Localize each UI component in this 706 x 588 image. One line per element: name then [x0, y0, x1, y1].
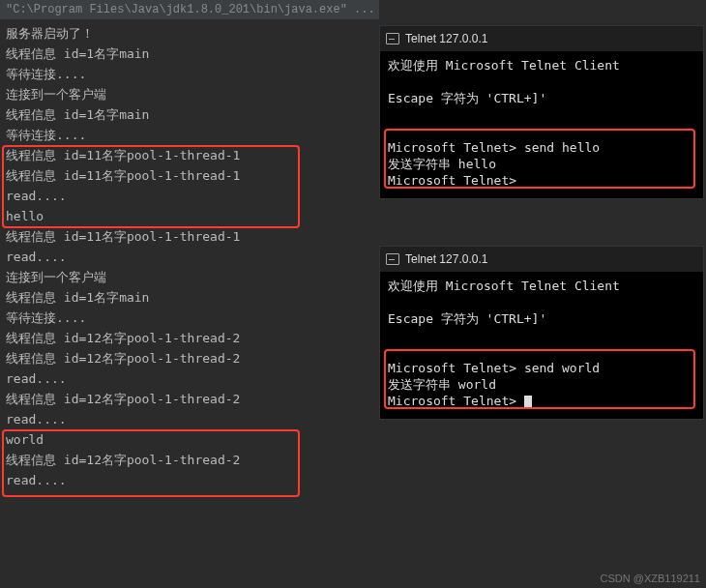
telnet-title-text: Telnet 127.0.0.1	[405, 32, 487, 45]
console-line: 线程信息 id=1名字main	[6, 287, 373, 308]
cmd-icon	[386, 253, 399, 265]
console-run-header: "C:\Program Files\Java\jdk1.8.0_201\bin\…	[0, 0, 379, 19]
telnet-body[interactable]: 欢迎使用 Microsoft Telnet Client Escape 字符为 …	[380, 51, 703, 194]
telnet-prompt: Microsoft Telnet>	[388, 172, 695, 189]
telnet-window-1: Telnet 127.0.0.1 欢迎使用 Microsoft Telnet C…	[379, 25, 704, 199]
telnet-prompt: Microsoft Telnet>	[388, 393, 695, 409]
console-line: hello	[6, 206, 373, 226]
telnet-titlebar[interactable]: Telnet 127.0.0.1	[380, 247, 703, 272]
telnet-welcome: 欢迎使用 Microsoft Telnet Client	[388, 57, 695, 74]
console-line: read....	[6, 186, 373, 206]
telnet-welcome: 欢迎使用 Microsoft Telnet Client	[388, 278, 695, 294]
console-line: 线程信息 id=1名字main	[6, 44, 373, 64]
console-line: 线程信息 id=12名字pool-1-thread-2	[6, 450, 373, 470]
console-line: 服务器启动了！	[6, 23, 373, 44]
console-line: 连接到一个客户端	[6, 267, 373, 287]
console-line: 等待连接....	[6, 64, 373, 84]
telnet-escape: Escape 字符为 'CTRL+]'	[388, 90, 695, 106]
telnet-window-2: Telnet 127.0.0.1 欢迎使用 Microsoft Telnet C…	[379, 246, 704, 420]
cmd-icon	[386, 33, 399, 44]
telnet-escape: Escape 字符为 'CTRL+]'	[388, 310, 695, 327]
right-pane: Telnet 127.0.0.1 欢迎使用 Microsoft Telnet C…	[379, 0, 706, 588]
telnet-prompt-send: Microsoft Telnet> send hello	[388, 139, 695, 156]
telnet-titlebar[interactable]: Telnet 127.0.0.1	[380, 26, 703, 51]
console-line: 线程信息 id=12名字pool-1-thread-2	[6, 328, 373, 348]
console-line: 线程信息 id=1名字main	[6, 104, 373, 125]
console-line: 线程信息 id=12名字pool-1-thread-2	[6, 348, 373, 368]
console-line: 连接到一个客户端	[6, 84, 373, 104]
console-line: 线程信息 id=11名字pool-1-thread-1	[6, 226, 373, 247]
console-line: read....	[6, 368, 373, 389]
console-line: 线程信息 id=11名字pool-1-thread-1	[6, 165, 373, 186]
watermark: CSDN @XZB119211	[601, 573, 701, 584]
console-line: 线程信息 id=12名字pool-1-thread-2	[6, 389, 373, 409]
cursor-icon	[524, 396, 532, 408]
console-line: read....	[6, 470, 373, 490]
console-output[interactable]: 服务器启动了！ 线程信息 id=1名字main 等待连接.... 连接到一个客户…	[0, 19, 379, 494]
telnet-send-string: 发送字符串 world	[388, 376, 695, 393]
telnet-body[interactable]: 欢迎使用 Microsoft Telnet Client Escape 字符为 …	[380, 272, 703, 415]
console-line: 线程信息 id=11名字pool-1-thread-1	[6, 145, 373, 165]
console-line: world	[6, 429, 373, 450]
console-line: 等待连接....	[6, 308, 373, 328]
ide-console-pane: "C:\Program Files\Java\jdk1.8.0_201\bin\…	[0, 0, 379, 588]
console-line: read....	[6, 409, 373, 429]
console-line: read....	[6, 247, 373, 267]
telnet-prompt-send: Microsoft Telnet> send world	[388, 360, 695, 376]
telnet-title-text: Telnet 127.0.0.1	[405, 252, 487, 266]
console-line: 等待连接....	[6, 125, 373, 145]
telnet-send-string: 发送字符串 hello	[388, 156, 695, 172]
